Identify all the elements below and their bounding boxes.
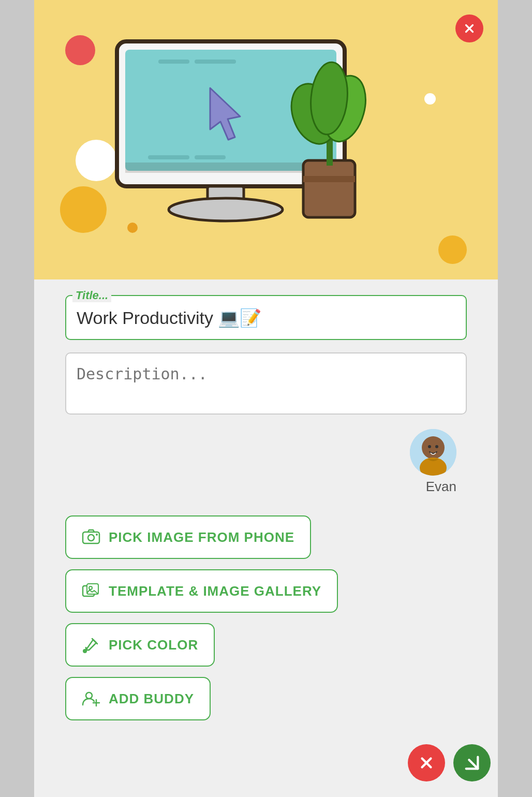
svg-point-23 (96, 534, 98, 536)
svg-rect-5 (195, 155, 226, 159)
circle-yellow-br-decoration (438, 235, 467, 264)
title-field-wrapper: Title... (65, 295, 467, 340)
bottom-buttons (408, 744, 491, 781)
header-image-area (34, 0, 498, 279)
confirm-icon (463, 754, 481, 772)
bottom-confirm-button[interactable] (453, 744, 491, 781)
svg-rect-3 (195, 60, 236, 64)
app-container: Title... (34, 0, 498, 797)
svg-rect-4 (148, 155, 189, 159)
svg-point-28 (86, 692, 92, 699)
circle-white-sm-decoration (424, 93, 436, 105)
circle-yellow-lg-decoration (60, 186, 107, 233)
svg-rect-11 (303, 176, 355, 182)
gallery-icon (82, 582, 100, 600)
pick-image-button[interactable]: PICK IMAGE FROM PHONE (65, 515, 311, 559)
illustration-monitor (107, 31, 396, 248)
svg-rect-10 (303, 160, 355, 217)
svg-point-27 (83, 649, 87, 653)
svg-rect-2 (158, 60, 189, 64)
title-label: Title... (72, 289, 111, 302)
svg-point-22 (88, 535, 94, 541)
svg-point-8 (169, 198, 283, 221)
pick-image-label: PICK IMAGE FROM PHONE (109, 529, 294, 545)
add-buddy-icon (82, 689, 100, 708)
title-input[interactable] (65, 295, 467, 340)
bottom-cancel-button[interactable] (408, 744, 445, 781)
svg-point-17 (422, 436, 445, 459)
color-picker-icon (82, 636, 100, 654)
pick-color-label: PICK COLOR (109, 637, 198, 653)
svg-point-18 (428, 445, 431, 448)
content-area: Title... (34, 279, 498, 797)
description-input[interactable] (65, 352, 467, 415)
svg-point-19 (435, 445, 438, 448)
add-buddy-button[interactable]: ADD BUDDY (65, 677, 211, 720)
template-gallery-label: TEMPLATE & IMAGE GALLERY (109, 583, 321, 599)
pick-color-button[interactable]: PICK COLOR (65, 623, 215, 667)
avatar-section: Evan (65, 429, 467, 495)
description-field-wrapper (65, 352, 467, 417)
avatar (410, 429, 456, 476)
avatar-name: Evan (426, 479, 456, 495)
circle-red-decoration (65, 35, 95, 65)
add-buddy-label: ADD BUDDY (109, 691, 194, 707)
template-gallery-button[interactable]: TEMPLATE & IMAGE GALLERY (65, 569, 338, 613)
cancel-icon (418, 754, 435, 772)
close-button-top[interactable] (455, 14, 483, 42)
camera-icon (82, 528, 100, 547)
